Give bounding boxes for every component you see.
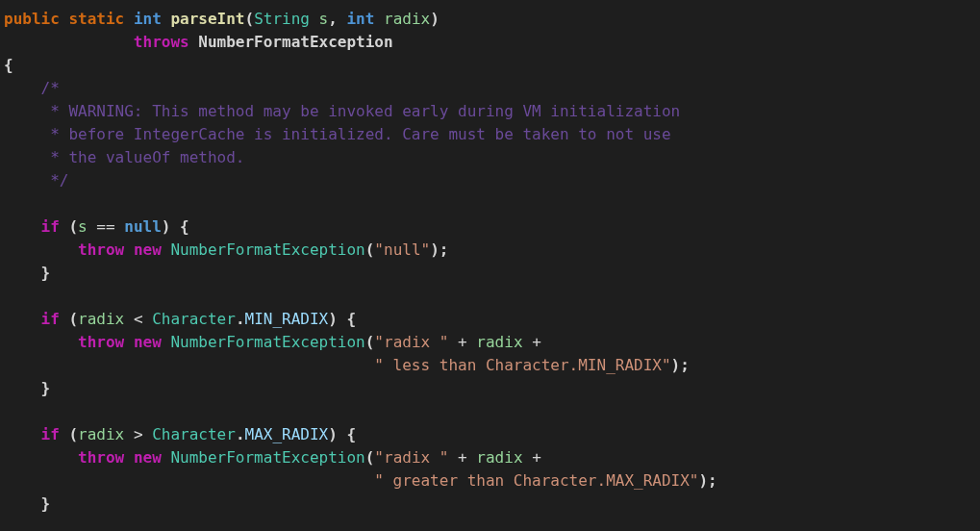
param-type-2: int	[346, 10, 374, 28]
field-max-radix: MAX_RADIX	[245, 425, 329, 443]
keyword-static: static	[68, 10, 124, 28]
string-literal: "radix "	[374, 333, 448, 351]
comment-line: /*	[41, 79, 60, 97]
brace-open: {	[4, 56, 13, 74]
comment-line: */	[41, 171, 69, 190]
param-type-1: String	[254, 10, 310, 28]
op-plus: +	[458, 448, 467, 467]
keyword-throw: throw	[78, 240, 124, 259]
string-literal: " less than Character.MIN_RADIX"	[374, 356, 670, 374]
field-min-radix: MIN_RADIX	[245, 310, 329, 328]
keyword-public: public	[4, 10, 60, 28]
string-literal: "null"	[374, 240, 430, 259]
op-plus: +	[458, 333, 467, 351]
class-character: Character	[152, 310, 236, 328]
var-radix: radix	[476, 448, 522, 467]
param-name-2: radix	[384, 10, 430, 28]
class-character: Character	[152, 425, 236, 443]
param-name-1: s	[319, 10, 329, 28]
keyword-if: if	[41, 217, 60, 236]
keyword-null: null	[124, 217, 162, 236]
op-gt: >	[134, 425, 143, 443]
var-radix: radix	[476, 333, 522, 351]
op-eqeq: ==	[96, 217, 114, 236]
keyword-if: if	[41, 425, 60, 443]
return-type: int	[134, 10, 162, 28]
op-lt: <	[134, 310, 143, 328]
comment-line: * WARNING: This method may be invoked ea…	[41, 102, 681, 120]
keyword-new: new	[134, 448, 162, 467]
comment-line: * before IntegerCache is initialized. Ca…	[41, 125, 671, 143]
op-plus: +	[532, 448, 541, 467]
keyword-throws: throws	[134, 33, 189, 51]
keyword-new: new	[134, 333, 162, 351]
throws-class: NumberFormatException	[198, 33, 392, 51]
keyword-throw: throw	[78, 333, 124, 351]
keyword-throw: throw	[78, 448, 124, 467]
exception-class: NumberFormatException	[170, 240, 364, 259]
keyword-if: if	[41, 310, 60, 328]
op-plus: +	[532, 333, 541, 351]
exception-class: NumberFormatException	[170, 333, 364, 351]
code-block: public static int parseInt(String s, int…	[0, 0, 980, 523]
method-name: parseInt	[170, 10, 244, 28]
keyword-new: new	[134, 240, 162, 259]
string-literal: "radix "	[374, 448, 448, 467]
comment-line: * the valueOf method.	[41, 148, 245, 166]
var-s: s	[78, 217, 88, 236]
var-radix: radix	[78, 425, 124, 443]
exception-class: NumberFormatException	[170, 448, 364, 467]
string-literal: " greater than Character.MAX_RADIX"	[374, 471, 698, 490]
var-radix: radix	[78, 310, 124, 328]
